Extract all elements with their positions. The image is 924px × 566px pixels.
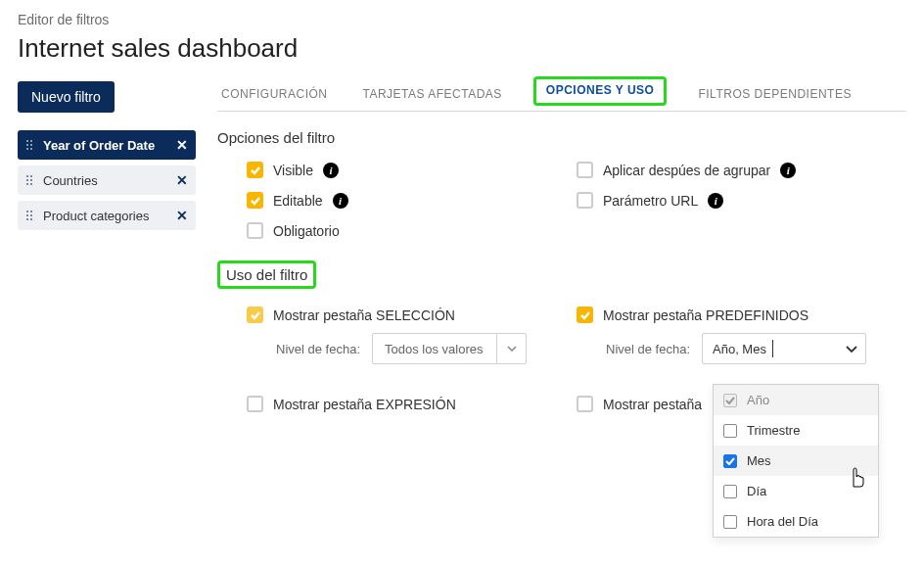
- svg-point-10: [26, 183, 28, 185]
- checkbox-show-expression-tab[interactable]: [247, 396, 263, 412]
- checkbox-icon: [723, 454, 737, 468]
- dropdown-item-hour[interactable]: Hora del Día: [714, 506, 878, 537]
- filter-item-label: Countries: [43, 173, 168, 188]
- dropdown-item-label: Año: [747, 393, 769, 407]
- svg-point-15: [30, 214, 32, 216]
- breadcrumb: Editor de filtros: [18, 12, 906, 27]
- checkbox-visible[interactable]: [247, 162, 263, 178]
- svg-point-9: [30, 179, 32, 181]
- label-date-level-right: Nivel de fecha:: [606, 342, 690, 356]
- label-editable: Editable: [273, 193, 323, 209]
- label-show-tab-partial: Mostrar pestaña: [603, 397, 702, 412]
- checkbox-icon: [723, 394, 737, 407]
- filter-item-product-categories[interactable]: Product categories ✕: [18, 201, 196, 230]
- filter-item-year-order-date[interactable]: Year of Order Date ✕: [18, 130, 196, 160]
- svg-point-8: [26, 179, 28, 181]
- checkbox-show-predefined-tab[interactable]: [577, 307, 593, 323]
- drag-handle-icon[interactable]: [25, 210, 35, 221]
- svg-point-3: [30, 144, 32, 146]
- drag-handle-icon[interactable]: [25, 139, 35, 151]
- checkbox-url-param[interactable]: [577, 192, 593, 209]
- svg-point-4: [26, 148, 28, 150]
- text-cursor: [772, 340, 773, 357]
- checkbox-icon: [723, 424, 737, 438]
- svg-point-14: [26, 214, 28, 216]
- checkbox-editable[interactable]: [247, 192, 263, 209]
- dropdown-item-label: Hora del Día: [747, 514, 818, 529]
- select-value: Todos los valores: [373, 342, 496, 356]
- filter-item-label: Product categories: [43, 209, 168, 223]
- info-icon[interactable]: i: [708, 193, 723, 209]
- label-apply-after-group: Aplicar despúes de agrupar: [603, 163, 770, 178]
- label-show-expression-tab: Mostrar pestaña EXPRESIÓN: [273, 397, 456, 412]
- chevron-down-icon: [496, 334, 526, 363]
- label-show-predefined-tab: Mostrar pestaña PREDEFINIDOS: [603, 307, 808, 323]
- date-level-dropdown[interactable]: Año Trimestre Mes Día Hora del Día: [713, 384, 879, 538]
- dropdown-item-label: Mes: [747, 453, 771, 468]
- svg-point-13: [30, 211, 32, 212]
- chevron-down-icon: [846, 346, 857, 353]
- svg-point-17: [30, 218, 32, 220]
- info-icon[interactable]: i: [780, 163, 796, 178]
- checkbox-show-tab-partial[interactable]: [577, 396, 593, 412]
- main-panel: Configuración Tarjetas afectadas Opcione…: [217, 81, 906, 416]
- info-icon[interactable]: i: [333, 193, 348, 209]
- filter-item-label: Year of Order Date: [43, 138, 168, 153]
- info-icon[interactable]: i: [323, 163, 339, 178]
- checkbox-apply-after-group[interactable]: [577, 162, 593, 178]
- sidebar: Nuevo filtro Year of Order Date ✕ Countr…: [18, 81, 196, 416]
- select-date-level-left[interactable]: Todos los valores: [372, 333, 527, 364]
- svg-point-5: [30, 148, 32, 150]
- section-filter-options-title: Opciones del filtro: [217, 129, 906, 146]
- svg-point-11: [30, 183, 32, 185]
- checkbox-show-selection-tab[interactable]: [247, 307, 263, 323]
- tab-dependent-filters[interactable]: Filtros dependientes: [694, 81, 855, 111]
- dropdown-item-quarter[interactable]: Trimestre: [714, 415, 878, 446]
- svg-point-7: [30, 175, 32, 177]
- svg-point-0: [26, 140, 28, 142]
- svg-point-1: [30, 140, 32, 142]
- close-icon[interactable]: ✕: [176, 172, 188, 188]
- drag-handle-icon[interactable]: [25, 174, 35, 186]
- label-url-param: Parámetro URL: [603, 193, 698, 209]
- svg-point-12: [26, 211, 28, 212]
- tab-options-usage[interactable]: Opciones y uso: [533, 81, 668, 111]
- dropdown-item-year[interactable]: Año: [714, 385, 878, 415]
- label-visible: Visible: [273, 163, 313, 178]
- svg-point-2: [26, 144, 28, 146]
- close-icon[interactable]: ✕: [176, 137, 188, 153]
- page-title: Internet sales dashboard: [18, 33, 906, 64]
- multiselect-date-level-right[interactable]: Año, Mes: [702, 333, 866, 364]
- dropdown-item-label: Día: [747, 484, 766, 498]
- dropdown-item-label: Trimestre: [747, 423, 800, 438]
- tabs-bar: Configuración Tarjetas afectadas Opcione…: [217, 81, 906, 112]
- checkbox-mandatory[interactable]: [247, 222, 263, 239]
- filter-item-countries[interactable]: Countries ✕: [18, 165, 196, 195]
- close-icon[interactable]: ✕: [176, 208, 188, 223]
- tab-configuration[interactable]: Configuración: [217, 81, 332, 111]
- label-mandatory: Obligatorio: [273, 223, 340, 239]
- multiselect-value: Año, Mes: [713, 342, 766, 356]
- label-date-level-left: Nivel de fecha:: [276, 342, 360, 356]
- svg-point-6: [26, 175, 28, 177]
- checkbox-icon: [723, 485, 737, 498]
- section-filter-usage-title: Uso del filtro: [217, 260, 316, 289]
- svg-point-16: [26, 218, 28, 220]
- tab-affected-cards[interactable]: Tarjetas afectadas: [359, 81, 506, 111]
- label-show-selection-tab: Mostrar pestaña SELECCIÓN: [273, 307, 455, 323]
- pointer-cursor-icon: [848, 465, 867, 492]
- new-filter-button[interactable]: Nuevo filtro: [18, 81, 115, 113]
- checkbox-icon: [723, 515, 737, 529]
